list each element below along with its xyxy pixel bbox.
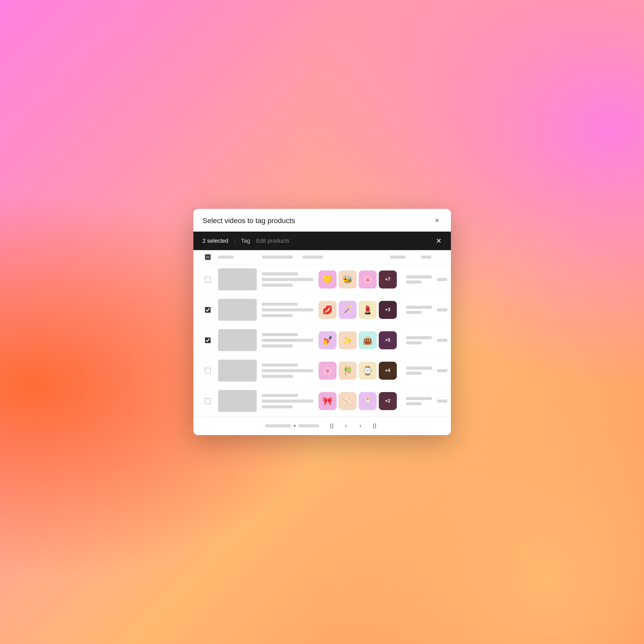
table-container: 💛 🐝 🌸 +7 (193, 250, 451, 416)
table-row: 🌸 🎋 ⌚ +4 (193, 356, 451, 386)
product-icon: 🕯️ (359, 392, 377, 410)
table-row: 💅 ✨ 👜 +5 (193, 325, 451, 356)
dropdown-arrow-icon[interactable]: ▼ (293, 424, 297, 428)
video-info (262, 394, 313, 408)
stat2-col (437, 339, 451, 342)
stat2-col (437, 278, 451, 281)
product-icon: 🪄 (339, 301, 357, 319)
header-thumb-col (218, 255, 257, 258)
toolbar-selected-count: 2 selected (203, 237, 235, 244)
stat1-col (406, 397, 432, 405)
video-info (262, 333, 313, 348)
product-icon: 👜 (359, 331, 377, 349)
row-checkbox-cell[interactable] (203, 368, 213, 374)
pagination-last-button[interactable]: |⟩ (371, 422, 379, 430)
table-header-row (193, 250, 451, 264)
pagination-prev-button[interactable]: ‹ (342, 422, 350, 430)
products-overflow-badge[interactable]: +2 (379, 392, 397, 410)
stat2-col (437, 308, 451, 311)
product-icon: 💋 (319, 301, 337, 319)
header-stat2-col (421, 255, 442, 258)
product-icon: 🌸 (319, 362, 337, 380)
video-thumbnail (218, 268, 257, 290)
row-checkbox-cell[interactable] (203, 307, 213, 313)
header-stat1-col (390, 255, 416, 258)
row-checkbox[interactable] (205, 277, 211, 282)
products-grid: 💛 🐝 🌸 +7 (319, 270, 401, 288)
table-row: 💛 🐝 🌸 +7 (193, 264, 451, 295)
video-thumbnail (218, 360, 257, 382)
stat2-col (437, 369, 451, 372)
row-checkbox[interactable] (205, 368, 211, 374)
toolbar-edit-products-button[interactable]: Edit products (256, 237, 289, 244)
page-size-skeleton (265, 424, 291, 427)
products-grid: 🌸 🎋 ⌚ +4 (319, 362, 401, 380)
toolbar-tag-button[interactable]: Tag (241, 237, 250, 244)
dialog-title: Select videos to tag products (203, 217, 295, 225)
product-icon: 🦴 (339, 392, 357, 410)
products-grid: 💋 🪄 💄 +3 (319, 301, 401, 319)
product-icon: 🎀 (319, 392, 337, 410)
dialog-header: Select videos to tag products ✕ (193, 209, 451, 231)
row-checkbox[interactable] (205, 398, 211, 404)
header-checkbox-cell[interactable] (203, 254, 213, 260)
row-checkbox[interactable] (205, 338, 211, 343)
row-checkbox-cell[interactable] (203, 338, 213, 343)
indeterminate-checkbox[interactable] (205, 254, 211, 260)
stat1-col (406, 275, 432, 283)
toolbar-close-button[interactable]: ✕ (436, 237, 442, 245)
header-products-col (303, 255, 385, 258)
product-icon: ✨ (339, 331, 357, 349)
stat1-col (406, 306, 432, 314)
video-thumbnail (218, 390, 257, 412)
header-info-col (262, 255, 297, 258)
products-grid: 🎀 🦴 🕯️ +2 (319, 392, 401, 410)
product-icon: 🐝 (339, 270, 357, 288)
products-grid: 💅 ✨ 👜 +5 (319, 331, 401, 349)
video-thumbnail (218, 329, 257, 351)
toolbar: 2 selected Tag Edit products ✕ (193, 231, 451, 250)
stat1-col (406, 367, 432, 375)
pagination-select: ▼ (265, 424, 319, 428)
product-icon: 🌸 (359, 270, 377, 288)
products-overflow-badge[interactable]: +4 (379, 362, 397, 380)
product-icon: 💅 (319, 331, 337, 349)
product-icon: 💄 (359, 301, 377, 319)
products-overflow-badge[interactable]: +7 (379, 270, 397, 288)
video-info (262, 272, 313, 287)
row-checkbox-cell[interactable] (203, 277, 213, 282)
page-info-skeleton (298, 424, 319, 427)
video-info (262, 303, 313, 317)
products-overflow-badge[interactable]: +3 (379, 301, 397, 319)
table-row: 🎀 🦴 🕯️ +2 (193, 386, 451, 416)
stat2-col (437, 400, 451, 403)
product-icon: ⌚ (359, 362, 377, 380)
product-icon: 🎋 (339, 362, 357, 380)
dialog-close-button[interactable]: ✕ (432, 216, 442, 225)
pagination-first-button[interactable]: ⟨| (327, 422, 336, 430)
dialog: Select videos to tag products ✕ 2 select… (193, 209, 451, 435)
product-icon: 💛 (319, 270, 337, 288)
table-footer: ▼ ⟨| ‹ › |⟩ (193, 416, 451, 435)
video-thumbnail (218, 299, 257, 321)
pagination-nav: ⟨| ‹ › |⟩ (327, 422, 379, 430)
table-row: 💋 🪄 💄 +3 (193, 295, 451, 325)
row-checkbox-cell[interactable] (203, 398, 213, 404)
row-checkbox[interactable] (205, 307, 211, 313)
pagination-next-button[interactable]: › (356, 422, 364, 430)
video-info (262, 364, 313, 378)
stat1-col (406, 336, 432, 345)
products-overflow-badge[interactable]: +5 (379, 331, 397, 349)
